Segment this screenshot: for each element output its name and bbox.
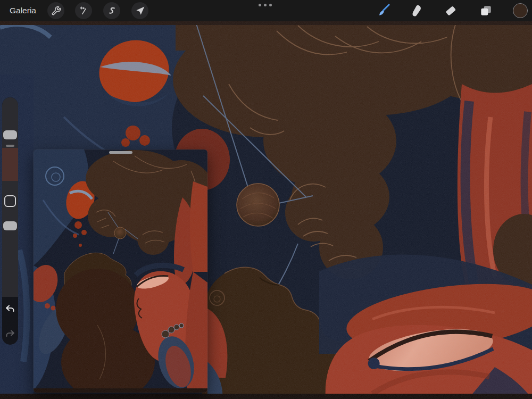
reference-window[interactable] <box>34 149 207 393</box>
undo-icon <box>5 304 15 314</box>
reference-window-drag-handle[interactable] <box>109 151 132 154</box>
layers-icon <box>479 4 493 18</box>
transform-arrow-icon <box>135 6 145 16</box>
gallery-button[interactable]: Galeria <box>10 0 36 21</box>
selection-button[interactable] <box>103 2 120 19</box>
opacity-slider-handle[interactable] <box>3 221 17 230</box>
paint-tool-button[interactable] <box>375 2 392 19</box>
reference-window-preview <box>34 149 207 393</box>
modify-button[interactable] <box>4 195 16 207</box>
adjustments-button[interactable] <box>75 2 92 19</box>
slider-track[interactable] <box>2 97 18 297</box>
erase-tool-button[interactable] <box>442 2 459 19</box>
color-swatch-circle <box>513 3 528 18</box>
eraser-icon <box>444 4 458 18</box>
color-button[interactable] <box>512 2 529 19</box>
wrench-icon <box>51 6 61 16</box>
brush-size-slider-handle[interactable] <box>3 130 17 139</box>
redo-button[interactable] <box>4 329 16 340</box>
undo-button[interactable] <box>4 304 16 315</box>
multitask-dots[interactable] <box>259 4 272 6</box>
smudge-tool-button[interactable] <box>408 2 425 19</box>
brush-sidebar <box>2 97 18 345</box>
smudge-icon <box>409 4 423 18</box>
slider-color-tint <box>2 148 18 181</box>
actions-button[interactable] <box>47 2 64 19</box>
layers-button[interactable] <box>477 2 494 19</box>
redo-icon <box>5 329 15 339</box>
top-toolbar: Galeria <box>0 0 532 21</box>
brush-icon <box>376 3 390 18</box>
magic-wand-icon <box>79 6 89 16</box>
transform-button[interactable] <box>131 2 148 19</box>
slider-tick <box>6 145 14 147</box>
selection-s-icon <box>107 6 117 16</box>
